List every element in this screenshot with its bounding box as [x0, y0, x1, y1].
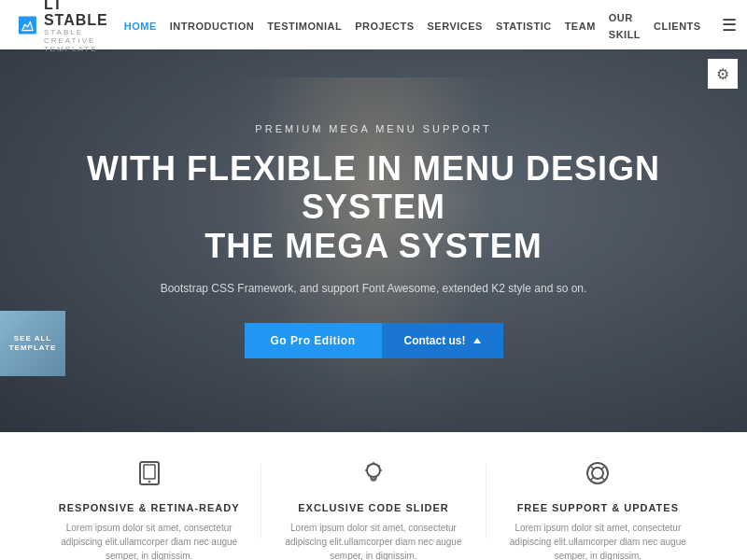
logo-subtitle: STABLE CREATIVE TEMPLATE: [44, 29, 124, 53]
feature-support-title: FREE SUPPORT & UPDATES: [505, 502, 691, 513]
nav-item-team[interactable]: TEAM: [565, 17, 596, 34]
nav-item-introduction[interactable]: INTRODUCTION: [170, 17, 254, 34]
nav-item-testimonial[interactable]: TESTIMONIAL: [267, 17, 342, 34]
hero-title: WITH FLEXIBLE IN MENU DESIGN SYSTEM THE …: [19, 149, 728, 265]
svg-line-15: [591, 467, 594, 469]
hero-description: Bootstrap CSS Framework, and support Fon…: [161, 282, 587, 295]
tablet-icon: [56, 460, 242, 493]
svg-line-12: [378, 466, 380, 468]
logo-icon: [19, 8, 36, 42]
svg-point-13: [587, 463, 608, 483]
feature-responsive-title: RESPONSIVE & RETINA-READY: [56, 502, 242, 513]
hero-title-line2: THE MEGA SYSTEM: [204, 227, 543, 265]
svg-point-5: [148, 481, 149, 483]
hero-title-line1: WITH FLEXIBLE IN MENU DESIGN SYSTEM: [87, 149, 660, 226]
chevron-up-icon: [473, 338, 481, 343]
navbar: LT STABLE STABLE CREATIVE TEMPLATE HOME …: [0, 0, 747, 49]
logo-text: LT STABLE STABLE CREATIVE TEMPLATE: [44, 0, 124, 53]
nav-item-home[interactable]: HOME: [124, 17, 157, 34]
hamburger-menu[interactable]: ☰: [714, 15, 737, 35]
nav-item-statistic[interactable]: STATISTIC: [496, 17, 552, 34]
bulb-icon: [280, 460, 466, 493]
svg-line-11: [367, 466, 369, 468]
see-all-templates-badge[interactable]: SEE ALL TEMPLATE: [0, 311, 65, 376]
logo[interactable]: LT STABLE STABLE CREATIVE TEMPLATE: [19, 0, 124, 53]
logo-title: LT STABLE: [44, 0, 124, 29]
svg-line-17: [602, 477, 605, 480]
feature-slider-desc: Lorem ipsum dolor sit amet, consectetur …: [280, 521, 466, 560]
features-section: RESPONSIVE & RETINA-READY Lorem ipsum do…: [0, 432, 747, 560]
feature-support-desc: Lorem ipsum dolor sit amet, consectetur …: [505, 521, 691, 560]
hero-content: PREMIUM MEGA MENU SUPPORT WITH FLEXIBLE …: [0, 49, 747, 432]
svg-rect-0: [19, 16, 36, 34]
go-pro-button[interactable]: Go Pro Edition: [245, 323, 382, 358]
feature-support: FREE SUPPORT & UPDATES Lorem ipsum dolor…: [486, 460, 710, 560]
nav-item-services[interactable]: SERVICES: [428, 17, 483, 34]
feature-responsive: RESPONSIVE & RETINA-READY Lorem ipsum do…: [37, 460, 261, 560]
svg-line-16: [602, 467, 605, 469]
hero-section: ⚙ SEE ALL TEMPLATE PREMIUM MEGA MENU SUP…: [0, 49, 747, 432]
nav-item-ourskill[interactable]: OUR SKILL: [609, 8, 641, 42]
feature-slider: EXCLUSIVE CODE SLIDER Lorem ipsum dolor …: [261, 460, 485, 560]
nav-menu: HOME INTRODUCTION TESTIMONIAL PROJECTS S…: [124, 8, 737, 42]
nav-item-projects[interactable]: PROJECTS: [355, 17, 414, 34]
contact-button[interactable]: Contact us!: [382, 323, 503, 358]
lifebuoy-icon: [505, 460, 691, 493]
nav-item-clients[interactable]: CLIENTS: [654, 17, 701, 34]
settings-button[interactable]: ⚙: [708, 59, 738, 89]
svg-line-18: [591, 477, 594, 480]
hero-buttons: Go Pro Edition Contact us!: [245, 323, 503, 358]
feature-slider-title: EXCLUSIVE CODE SLIDER: [280, 502, 466, 513]
feature-responsive-desc: Lorem ipsum dolor sit amet, consectetur …: [56, 521, 242, 560]
badge-text: SEE ALL TEMPLATE: [0, 330, 65, 357]
hero-subtitle: PREMIUM MEGA MENU SUPPORT: [255, 123, 491, 134]
svg-rect-4: [144, 465, 155, 479]
